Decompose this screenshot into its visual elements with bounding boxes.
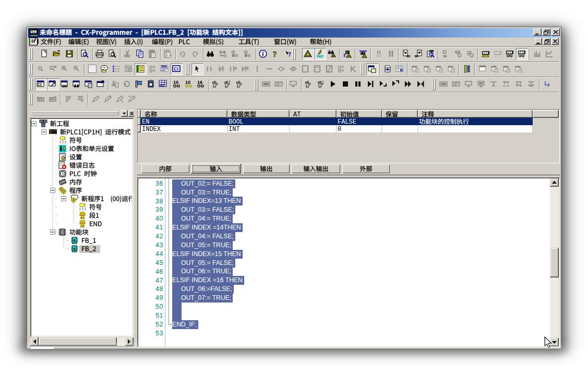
svg-text:non: non [376,54,381,57]
svg-text:B: B [248,54,250,57]
svg-text:Z: Z [416,69,418,72]
svg-text:X: X [428,69,430,72]
svg-text:X: X [507,69,509,72]
svg-text:16: 16 [197,80,202,85]
svg-text:Z: Z [495,69,497,72]
svg-text:V: V [440,69,442,72]
svg-text:V: V [452,69,454,72]
svg-text:CB: CB [167,54,172,57]
svg-text:?: ? [273,50,277,58]
svg-text:10: 10 [173,80,178,85]
svg-text:V: V [519,69,521,72]
svg-text:B: B [235,54,238,57]
svg-text:802: 802 [160,84,164,87]
svg-text:P: P [81,99,84,103]
svg-text:10: 10 [185,80,190,85]
svg-text:CI: CI [174,66,178,71]
svg-text:?: ? [288,51,291,58]
svg-text:SMA: SMA [161,65,167,68]
